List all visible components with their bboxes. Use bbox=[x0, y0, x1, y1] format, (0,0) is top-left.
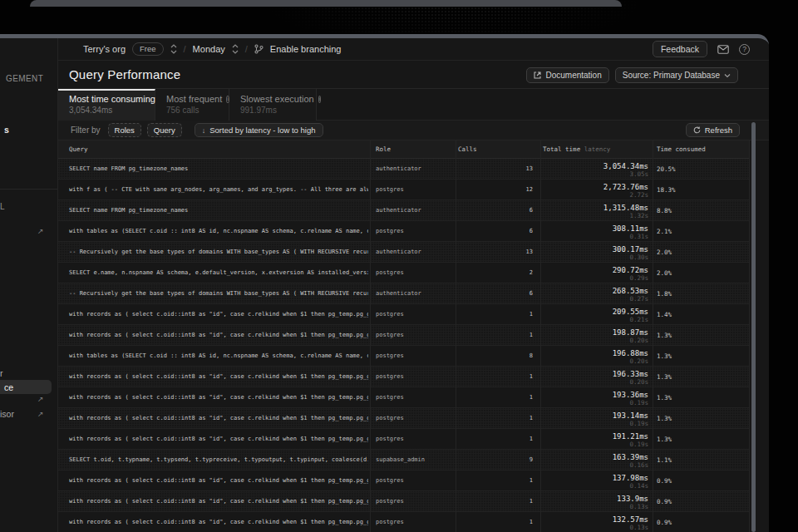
metric-tabs: Most time consumingi 3,054.34ms Most fre… bbox=[58, 89, 769, 121]
table-row[interactable]: with records as ( select c.oid::int8 as … bbox=[58, 304, 749, 325]
query-cell: with f as ( -- CTE with sane arg_nodes, … bbox=[69, 180, 368, 200]
role-cell: authenticator bbox=[376, 283, 452, 304]
time-consumed-cell: 1.8% bbox=[657, 283, 740, 304]
tab-most-frequent[interactable]: Most frequenti 756 calls bbox=[155, 89, 229, 121]
table-row[interactable]: with records as ( select c.oid::int8 as … bbox=[58, 408, 749, 429]
time-consumed-cell: 2.1% bbox=[657, 221, 740, 242]
column-header-role[interactable]: Role bbox=[376, 140, 391, 159]
column-divider bbox=[370, 140, 371, 532]
time-consumed-cell: 8.8% bbox=[657, 200, 740, 221]
column-header-total-time[interactable]: Total time latency bbox=[543, 140, 610, 159]
table-row[interactable]: with records as ( select c.oid::int8 as … bbox=[58, 325, 749, 346]
calls-cell: 1 bbox=[462, 325, 533, 346]
refresh-label: Refresh bbox=[705, 126, 732, 135]
table-row[interactable]: SELECT name FROM pg_timezone_names authe… bbox=[58, 159, 749, 180]
project-name[interactable]: Monday bbox=[193, 44, 225, 54]
tab-most-time-consuming[interactable]: Most time consumingi 3,054.34ms bbox=[58, 89, 155, 121]
calls-cell: 13 bbox=[462, 159, 533, 180]
documentation-button[interactable]: Documentation bbox=[526, 67, 608, 83]
column-header-calls[interactable]: Calls bbox=[458, 140, 477, 159]
total-time-seconds: 0.30s bbox=[540, 254, 648, 261]
table-row[interactable]: with records as ( select c.oid::int8 as … bbox=[58, 470, 749, 491]
query-cell: with records as ( select c.oid::int8 as … bbox=[69, 325, 368, 346]
calls-cell: 8 bbox=[462, 346, 533, 367]
sidebar-item-truncated-2[interactable]: r bbox=[0, 368, 3, 378]
query-cell: SELECT e.name, n.nspname AS schema, e.de… bbox=[69, 263, 368, 283]
calls-cell: 9 bbox=[462, 450, 533, 470]
role-cell: postgres bbox=[376, 325, 452, 346]
org-name[interactable]: Terry's org bbox=[83, 44, 126, 54]
sort-label: Sorted by latency - low to high bbox=[209, 126, 315, 135]
refresh-button[interactable]: Refresh bbox=[686, 123, 740, 137]
table-row[interactable]: with tables as (SELECT c.oid :: int8 AS … bbox=[58, 221, 749, 242]
sort-button[interactable]: ↓ Sorted by latency - low to high bbox=[195, 123, 323, 137]
sidebar-item-advisor[interactable]: isor bbox=[0, 409, 14, 419]
chevrons-up-down-icon[interactable] bbox=[170, 44, 177, 54]
table-row[interactable]: with records as ( select c.oid::int8 as … bbox=[58, 387, 749, 408]
query-cell: with records as ( select c.oid::int8 as … bbox=[69, 387, 368, 408]
role-cell: postgres bbox=[376, 221, 452, 242]
table-row[interactable]: -- Recursively get the base types of dom… bbox=[58, 283, 749, 304]
chevrons-up-down-icon[interactable] bbox=[232, 44, 239, 54]
time-consumed-cell: 0.9% bbox=[657, 491, 740, 512]
calls-cell: 1 bbox=[462, 429, 533, 450]
table-row[interactable]: with f as ( -- CTE with sane arg_nodes, … bbox=[58, 180, 749, 200]
external-link-icon[interactable]: ↗ bbox=[37, 227, 44, 235]
table-row[interactable]: with tables as (SELECT c.oid :: int8 AS … bbox=[58, 346, 749, 367]
query-filter-button[interactable]: Query bbox=[147, 123, 182, 137]
external-link-icon[interactable]: ↗ bbox=[37, 410, 44, 418]
column-divider bbox=[540, 140, 541, 532]
total-time-ms: 132.57ms bbox=[540, 515, 648, 524]
sidebar-divider bbox=[0, 189, 57, 190]
scrollbar-thumb[interactable] bbox=[751, 122, 756, 532]
calls-cell: 13 bbox=[462, 242, 533, 263]
time-consumed-cell: 2.0% bbox=[657, 263, 740, 283]
table-row[interactable]: SELECT t.oid, t.typname, t.typsend, t.ty… bbox=[58, 450, 749, 470]
column-header-time-consumed[interactable]: Time consumed bbox=[657, 140, 706, 159]
column-divider bbox=[456, 140, 456, 532]
column-header-query[interactable]: Query bbox=[69, 140, 88, 159]
query-cell: SELECT t.oid, t.typname, t.typsend, t.ty… bbox=[69, 450, 368, 470]
feedback-button[interactable]: Feedback bbox=[653, 41, 707, 57]
filter-by-label: Filter by bbox=[71, 126, 101, 135]
tab-slowest-execution[interactable]: Slowest executioni 991.97ms bbox=[229, 89, 317, 121]
total-time-ms: 191.21ms bbox=[540, 432, 648, 441]
sidebar-item-truncated[interactable]: s bbox=[4, 125, 9, 135]
top-navigation-bar: Terry's org Free / Monday / Enable branc… bbox=[58, 38, 769, 61]
total-time-seconds: 0.19s bbox=[540, 399, 648, 406]
total-time-seconds: 0.27s bbox=[540, 295, 648, 303]
total-time-seconds: 2.72s bbox=[540, 191, 648, 199]
table-row[interactable]: with records as ( select c.oid::int8 as … bbox=[58, 512, 749, 532]
role-cell: postgres bbox=[376, 429, 452, 450]
calls-cell: 1 bbox=[462, 408, 533, 429]
app-window: GEMENT s L ↗ r ce ↗ isor ↗ Terry's org F… bbox=[0, 34, 769, 532]
query-cell: with records as ( select c.oid::int8 as … bbox=[69, 512, 368, 532]
calls-cell: 12 bbox=[462, 180, 533, 200]
sidebar-item-selected-label: ce bbox=[4, 382, 13, 392]
mail-icon[interactable] bbox=[717, 45, 729, 54]
table-row[interactable]: with records as ( select c.oid::int8 as … bbox=[58, 367, 749, 387]
source-select[interactable]: Source: Primary Database bbox=[615, 67, 738, 83]
enable-branching-button[interactable]: Enable branching bbox=[270, 44, 342, 54]
calls-cell: 2 bbox=[462, 263, 533, 283]
total-time-label: Total time bbox=[543, 145, 580, 153]
page-title: Query Performance bbox=[69, 67, 180, 81]
time-consumed-cell: 18.3% bbox=[657, 180, 740, 200]
roles-filter-button[interactable]: Roles bbox=[108, 123, 141, 137]
total-time-seconds: 0.29s bbox=[540, 274, 648, 282]
external-link-icon[interactable]: ↗ bbox=[37, 395, 44, 403]
table-row[interactable]: SELECT e.name, n.nspname AS schema, e.de… bbox=[58, 263, 749, 283]
calls-cell: 1 bbox=[462, 304, 533, 325]
page-header: Query Performance Documentation Source: … bbox=[58, 61, 769, 89]
table-row[interactable]: with records as ( select c.oid::int8 as … bbox=[58, 491, 749, 512]
help-icon[interactable]: ? bbox=[739, 44, 750, 55]
info-icon[interactable]: i bbox=[318, 96, 322, 103]
total-time-seconds: 0.13s bbox=[540, 503, 648, 510]
table-row[interactable]: SELECT name FROM pg_timezone_names authe… bbox=[58, 200, 749, 221]
table-row[interactable]: with records as ( select c.oid::int8 as … bbox=[58, 429, 749, 450]
role-cell: postgres bbox=[376, 346, 452, 367]
sidebar: GEMENT s L ↗ r ce ↗ isor ↗ bbox=[0, 38, 58, 532]
latency-sublabel: latency bbox=[584, 145, 611, 153]
calls-cell: 1 bbox=[462, 491, 533, 512]
table-row[interactable]: -- Recursively get the base types of dom… bbox=[58, 242, 749, 263]
